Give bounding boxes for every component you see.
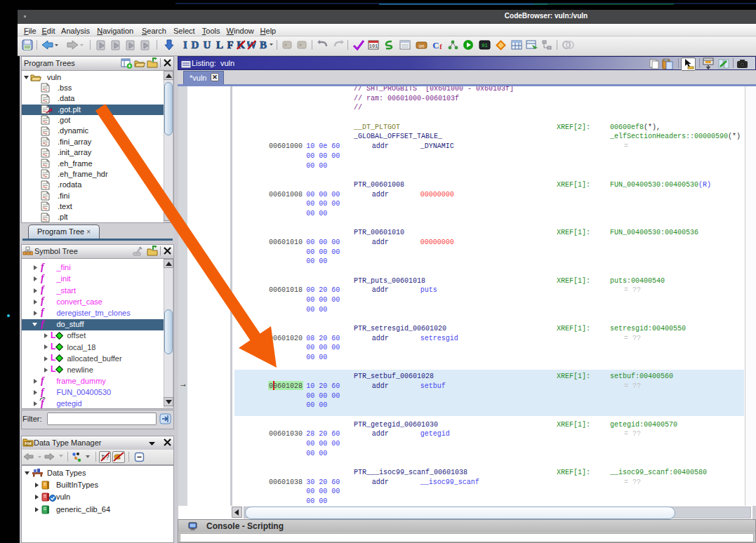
svg-text:C: C [432,40,439,51]
svg-text:U: U [204,39,211,51]
svg-text:L: L [216,39,223,51]
svg-text:01: 01 [482,43,487,48]
svg-text:101: 101 [369,43,378,49]
svg-text:I: I [183,39,187,51]
svg-text:on: on [419,43,425,48]
svg-text:B: B [260,39,267,51]
svg-text:f: f [439,43,442,51]
svg-text:DT: DT [26,442,30,445]
svg-text:D: D [192,39,199,51]
svg-text:F: F [227,39,233,51]
